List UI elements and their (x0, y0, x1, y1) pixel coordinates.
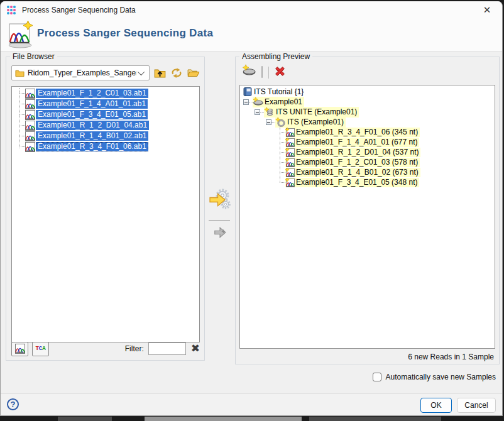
tree-row-scheme[interactable]: ITS UNITE (Example01) (240, 107, 495, 117)
app-icon (7, 6, 16, 15)
collapse-toggle[interactable] (266, 119, 271, 125)
sample-label: Example01 (265, 97, 302, 106)
tree-row-read[interactable]: Example01_R_3_4_F01_06 (345 nt) (240, 127, 495, 137)
read-label: Example01_R_1_2_D01_04 (537 nt) (296, 148, 419, 156)
assembling-preview-panel: Assembling Preview ITS Tutorial {1} (235, 57, 500, 364)
tree-row-locus[interactable]: ITS (Example01) (240, 117, 495, 127)
file-list[interactable]: Example01_F_1_2_C01_03.ab1 Example01_F_1… (11, 86, 200, 342)
file-name: Example01_F_3_4_E01_05.ab1 (36, 110, 148, 119)
read-label: Example01_R_1_4_B01_02 (673 nt) (296, 168, 419, 177)
locus-label: ITS (Example01) (287, 118, 344, 126)
read-chromatogram-icon (285, 168, 295, 177)
read-chromatogram-icon (285, 138, 295, 147)
chromatogram-file-icon (25, 110, 35, 120)
file-row[interactable]: Example01_F_1_2_C01_03.ab1 (12, 88, 199, 99)
dialog-header: Process Sanger Sequencing Data (1, 19, 502, 52)
file-row[interactable]: Example01_R_1_2_D01_04.ab1 (12, 120, 199, 131)
remove-button[interactable] (261, 67, 263, 78)
folder-up-button[interactable] (153, 66, 167, 80)
read-chromatogram-icon (285, 158, 295, 167)
add-without-processing-button[interactable] (212, 225, 227, 240)
scheme-label: ITS UNITE (Example01) (276, 107, 357, 116)
chromatogram-file-icon (25, 89, 35, 99)
chromatogram-file-icon (25, 99, 35, 109)
sample-icon (253, 97, 263, 107)
file-row[interactable]: Example01_R_1_4_B01_02.ab1 (12, 131, 199, 141)
tree-row-read[interactable]: Example01_R_1_4_B01_02 (673 nt) (240, 167, 495, 177)
tree-row-read[interactable]: Example01_F_1_4_A01_01 (677 nt) (240, 137, 495, 147)
show-sequence-files-toggle[interactable]: TCA (32, 342, 49, 356)
autosave-label: Automatically save new Samples (386, 373, 496, 381)
delete-button[interactable] (275, 66, 285, 79)
tree-row-project[interactable]: ITS Tutorial {1} (240, 87, 495, 97)
read-chromatogram-icon (285, 148, 295, 157)
process-sanger-dialog: Process Sanger Sequencing Data ✕ Process… (0, 1, 503, 416)
background-window-edge (0, 416, 504, 421)
folder-path-value: Ridom_Typer_Examples_Sanger_ITS/ (28, 68, 136, 77)
filter-label: Filter: (125, 344, 148, 353)
chromatogram-file-icon (25, 121, 35, 131)
folder-icon (15, 68, 25, 78)
sanger-chromatogram-icon (7, 21, 35, 48)
project-icon (243, 87, 253, 97)
locus-icon (275, 117, 286, 128)
file-browser-group-label: File Browser (10, 52, 57, 61)
cancel-button[interactable]: Cancel (457, 398, 496, 413)
help-icon[interactable]: ? (7, 398, 19, 410)
refresh-button[interactable] (170, 66, 184, 80)
tree-connector (19, 114, 25, 115)
page-title: Process Sanger Sequencing Data (37, 27, 213, 40)
show-trace-files-toggle[interactable] (11, 342, 28, 356)
open-folder-button[interactable] (187, 66, 200, 80)
tree-row-read[interactable]: Example01_F_1_2_C01_03 (578 nt) (240, 157, 495, 167)
tree-connector (280, 132, 285, 133)
file-browser-panel: File Browser Ridom_Typer_Examples_Sanger… (6, 57, 205, 361)
tree-row-read[interactable]: Example01_F_3_4_E01_05 (348 nt) (240, 177, 495, 187)
read-label: Example01_F_1_4_A01_01 (677 nt) (296, 138, 417, 146)
process-and-add-button[interactable] (208, 187, 232, 211)
read-chromatogram-icon (285, 178, 295, 187)
chromatogram-filter-icon (15, 344, 25, 354)
tree-row-read[interactable]: Example01_R_1_2_D01_04 (537 nt) (240, 147, 495, 157)
clear-filter-icon[interactable]: ✖ (191, 342, 200, 355)
file-row[interactable]: Example01_F_3_4_E01_05.ab1 (12, 109, 199, 120)
filter-input[interactable] (148, 342, 186, 355)
file-name: Example01_F_1_4_A01_01.ab1 (36, 99, 148, 109)
tree-connector (280, 162, 285, 163)
window-title: Process Sanger Sequencing Data (22, 6, 136, 14)
collapse-toggle[interactable] (255, 109, 260, 115)
file-row[interactable]: Example01_F_1_4_A01_01.ab1 (12, 99, 199, 109)
autosave-option[interactable]: Automatically save new Samples (373, 373, 496, 381)
file-name: Example01_R_1_2_D01_04.ab1 (36, 121, 149, 130)
close-icon[interactable]: ✕ (477, 3, 497, 18)
chromatogram-file-icon (25, 142, 35, 152)
ok-button[interactable]: OK (420, 398, 452, 413)
tree-connector (280, 182, 285, 183)
tree-row-sample[interactable]: Example01 (240, 97, 495, 107)
tree-connector (280, 127, 280, 183)
title-bar[interactable]: Process Sanger Sequencing Data ✕ (1, 1, 502, 19)
status-text: 6 new Reads in 1 Sample (408, 353, 494, 361)
scheme-icon (264, 107, 275, 118)
tree-connector (280, 152, 285, 153)
read-label: Example01_F_3_4_E01_05 (348 nt) (296, 178, 417, 187)
file-name: Example01_R_3_4_F01_06.ab1 (36, 142, 148, 151)
chromatogram-file-icon (25, 131, 35, 141)
file-name: Example01_R_1_4_B01_02.ab1 (36, 131, 148, 141)
folder-path-dropdown[interactable]: Ridom_Typer_Examples_Sanger_ITS/ (11, 65, 150, 80)
file-name: Example01_F_1_2_C01_03.ab1 (36, 89, 148, 98)
tree-connector (280, 172, 285, 173)
new-sample-button[interactable] (242, 64, 256, 80)
tree-connector (19, 125, 25, 126)
process-gear-arrow-icon (208, 187, 232, 211)
collapse-toggle[interactable] (243, 99, 249, 105)
tca-icon: TCA (35, 346, 45, 352)
file-row[interactable]: Example01_R_3_4_F01_06.ab1 (12, 141, 199, 152)
tree-connector (19, 93, 25, 94)
folder-up-icon (154, 67, 166, 79)
assembling-preview-group-label: Assembling Preview (239, 52, 312, 61)
preview-tree[interactable]: ITS Tutorial {1} Example01 (239, 85, 495, 349)
tree-connector (19, 146, 25, 147)
autosave-checkbox[interactable] (373, 373, 381, 381)
refresh-icon (171, 67, 182, 79)
